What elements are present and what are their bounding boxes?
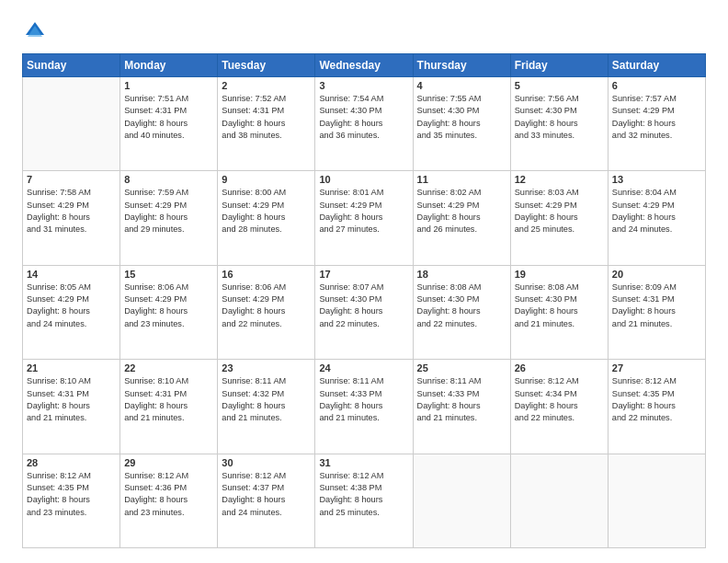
weekday-header-thursday: Thursday [413, 54, 510, 77]
day-number: 4 [417, 80, 506, 91]
day-number: 10 [319, 174, 408, 185]
day-number: 6 [612, 80, 701, 91]
day-number: 14 [27, 269, 116, 280]
day-number: 21 [27, 362, 116, 373]
day-number: 7 [27, 174, 116, 185]
day-info: Sunrise: 8:06 AM Sunset: 4:29 PM Dayligh… [222, 282, 311, 330]
day-number: 24 [319, 362, 408, 373]
day-info: Sunrise: 7:54 AM Sunset: 4:30 PM Dayligh… [319, 93, 408, 142]
day-number: 17 [319, 269, 408, 280]
day-cell: 8Sunrise: 7:59 AM Sunset: 4:29 PM Daylig… [120, 171, 218, 265]
day-number: 25 [417, 362, 506, 373]
day-cell: 26Sunrise: 8:12 AM Sunset: 4:34 PM Dayli… [510, 360, 608, 454]
day-cell: 28Sunrise: 8:12 AM Sunset: 4:35 PM Dayli… [23, 454, 120, 547]
day-info: Sunrise: 7:52 AM Sunset: 4:31 PM Dayligh… [222, 93, 311, 142]
day-cell: 27Sunrise: 8:12 AM Sunset: 4:35 PM Dayli… [608, 360, 705, 454]
day-cell: 7Sunrise: 7:58 AM Sunset: 4:29 PM Daylig… [23, 171, 120, 265]
day-number: 12 [515, 174, 604, 185]
weekday-header-wednesday: Wednesday [315, 54, 413, 77]
day-number: 8 [124, 174, 213, 185]
day-info: Sunrise: 8:10 AM Sunset: 4:31 PM Dayligh… [124, 375, 213, 424]
day-number: 11 [417, 174, 506, 185]
day-info: Sunrise: 7:55 AM Sunset: 4:30 PM Dayligh… [417, 93, 506, 142]
day-cell: 12Sunrise: 8:03 AM Sunset: 4:29 PM Dayli… [510, 171, 608, 265]
day-cell [608, 454, 705, 547]
day-cell: 5Sunrise: 7:56 AM Sunset: 4:30 PM Daylig… [510, 77, 608, 171]
day-cell: 17Sunrise: 8:07 AM Sunset: 4:30 PM Dayli… [315, 265, 413, 359]
day-cell: 3Sunrise: 7:54 AM Sunset: 4:30 PM Daylig… [315, 77, 413, 171]
weekday-header-saturday: Saturday [608, 54, 705, 77]
week-row-4: 28Sunrise: 8:12 AM Sunset: 4:35 PM Dayli… [23, 454, 706, 547]
weekday-header-row: SundayMondayTuesdayWednesdayThursdayFrid… [23, 54, 706, 77]
day-info: Sunrise: 8:08 AM Sunset: 4:30 PM Dayligh… [515, 282, 604, 330]
day-number: 31 [319, 457, 408, 468]
day-info: Sunrise: 8:04 AM Sunset: 4:29 PM Dayligh… [612, 187, 701, 236]
day-info: Sunrise: 8:12 AM Sunset: 4:35 PM Dayligh… [612, 375, 701, 424]
logo-icon [22, 18, 48, 44]
day-cell: 14Sunrise: 8:05 AM Sunset: 4:29 PM Dayli… [23, 265, 120, 359]
day-info: Sunrise: 8:12 AM Sunset: 4:35 PM Dayligh… [27, 470, 116, 519]
day-cell [23, 77, 120, 171]
weekday-header-tuesday: Tuesday [218, 54, 315, 77]
day-info: Sunrise: 8:10 AM Sunset: 4:31 PM Dayligh… [27, 375, 116, 424]
week-row-0: 1Sunrise: 7:51 AM Sunset: 4:31 PM Daylig… [23, 77, 706, 171]
day-number: 30 [222, 457, 311, 468]
day-cell: 1Sunrise: 7:51 AM Sunset: 4:31 PM Daylig… [120, 77, 218, 171]
day-info: Sunrise: 7:59 AM Sunset: 4:29 PM Dayligh… [124, 187, 213, 236]
day-number: 2 [222, 80, 311, 91]
day-number: 18 [417, 269, 506, 280]
weekday-header-friday: Friday [510, 54, 608, 77]
day-number: 13 [612, 174, 701, 185]
header [22, 18, 706, 44]
day-info: Sunrise: 8:07 AM Sunset: 4:30 PM Dayligh… [319, 282, 408, 330]
day-cell [413, 454, 510, 547]
day-info: Sunrise: 8:01 AM Sunset: 4:29 PM Dayligh… [319, 187, 408, 236]
logo [22, 18, 51, 44]
week-row-1: 7Sunrise: 7:58 AM Sunset: 4:29 PM Daylig… [23, 171, 706, 265]
day-cell: 15Sunrise: 8:06 AM Sunset: 4:29 PM Dayli… [120, 265, 218, 359]
day-info: Sunrise: 8:11 AM Sunset: 4:33 PM Dayligh… [417, 375, 506, 424]
day-info: Sunrise: 7:56 AM Sunset: 4:30 PM Dayligh… [515, 93, 604, 142]
day-cell: 22Sunrise: 8:10 AM Sunset: 4:31 PM Dayli… [120, 360, 218, 454]
day-number: 23 [222, 362, 311, 373]
day-number: 5 [515, 80, 604, 91]
page: SundayMondayTuesdayWednesdayThursdayFrid… [0, 0, 728, 563]
day-info: Sunrise: 8:11 AM Sunset: 4:32 PM Dayligh… [222, 375, 311, 424]
week-row-3: 21Sunrise: 8:10 AM Sunset: 4:31 PM Dayli… [23, 360, 706, 454]
week-row-2: 14Sunrise: 8:05 AM Sunset: 4:29 PM Dayli… [23, 265, 706, 359]
day-cell: 10Sunrise: 8:01 AM Sunset: 4:29 PM Dayli… [315, 171, 413, 265]
day-cell: 6Sunrise: 7:57 AM Sunset: 4:29 PM Daylig… [608, 77, 705, 171]
day-info: Sunrise: 8:06 AM Sunset: 4:29 PM Dayligh… [124, 282, 213, 330]
day-cell: 31Sunrise: 8:12 AM Sunset: 4:38 PM Dayli… [315, 454, 413, 547]
day-cell: 13Sunrise: 8:04 AM Sunset: 4:29 PM Dayli… [608, 171, 705, 265]
day-info: Sunrise: 7:57 AM Sunset: 4:29 PM Dayligh… [612, 93, 701, 142]
calendar-table: SundayMondayTuesdayWednesdayThursdayFrid… [22, 53, 706, 548]
day-number: 16 [222, 269, 311, 280]
day-number: 9 [222, 174, 311, 185]
day-cell: 25Sunrise: 8:11 AM Sunset: 4:33 PM Dayli… [413, 360, 510, 454]
day-info: Sunrise: 8:03 AM Sunset: 4:29 PM Dayligh… [515, 187, 604, 236]
day-info: Sunrise: 8:12 AM Sunset: 4:34 PM Dayligh… [515, 375, 604, 424]
day-cell: 21Sunrise: 8:10 AM Sunset: 4:31 PM Dayli… [23, 360, 120, 454]
day-number: 1 [124, 80, 213, 91]
day-info: Sunrise: 8:12 AM Sunset: 4:36 PM Dayligh… [124, 470, 213, 519]
day-info: Sunrise: 7:58 AM Sunset: 4:29 PM Dayligh… [27, 187, 116, 236]
day-number: 3 [319, 80, 408, 91]
day-info: Sunrise: 8:05 AM Sunset: 4:29 PM Dayligh… [27, 282, 116, 330]
day-cell: 2Sunrise: 7:52 AM Sunset: 4:31 PM Daylig… [218, 77, 315, 171]
day-cell [510, 454, 608, 547]
day-info: Sunrise: 8:11 AM Sunset: 4:33 PM Dayligh… [319, 375, 408, 424]
weekday-header-monday: Monday [120, 54, 218, 77]
day-number: 27 [612, 362, 701, 373]
day-number: 19 [515, 269, 604, 280]
day-cell: 24Sunrise: 8:11 AM Sunset: 4:33 PM Dayli… [315, 360, 413, 454]
day-number: 29 [124, 457, 213, 468]
day-info: Sunrise: 8:09 AM Sunset: 4:31 PM Dayligh… [612, 282, 701, 330]
day-cell: 18Sunrise: 8:08 AM Sunset: 4:30 PM Dayli… [413, 265, 510, 359]
day-info: Sunrise: 8:02 AM Sunset: 4:29 PM Dayligh… [417, 187, 506, 236]
day-number: 26 [515, 362, 604, 373]
day-cell: 11Sunrise: 8:02 AM Sunset: 4:29 PM Dayli… [413, 171, 510, 265]
day-cell: 30Sunrise: 8:12 AM Sunset: 4:37 PM Dayli… [218, 454, 315, 547]
day-cell: 20Sunrise: 8:09 AM Sunset: 4:31 PM Dayli… [608, 265, 705, 359]
day-info: Sunrise: 7:51 AM Sunset: 4:31 PM Dayligh… [124, 93, 213, 142]
